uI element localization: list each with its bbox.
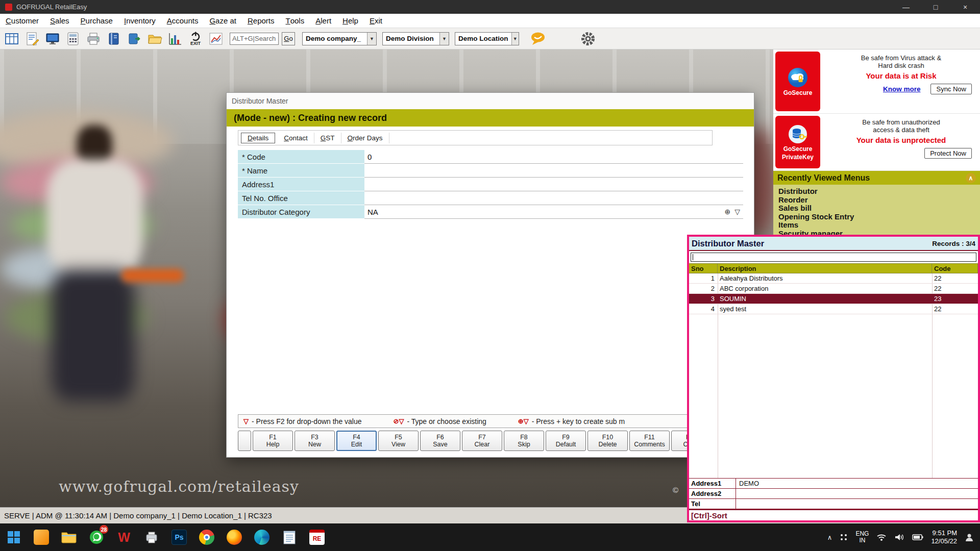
menu-item-inventory[interactable]: Inventory [118, 14, 161, 28]
create-sub-master-icon[interactable]: ⊕ [724, 208, 730, 216]
menu-item-reports[interactable]: Reports [242, 14, 280, 28]
menu-item-help[interactable]: Help [337, 14, 364, 28]
address1-field[interactable] [364, 178, 743, 191]
close-button[interactable]: × [950, 0, 980, 14]
distributor-category-field[interactable]: NA ⊕ ▽ [364, 205, 743, 219]
photoshop-icon[interactable]: Ps [165, 523, 193, 551]
tray-expand-icon[interactable]: ∧ [827, 534, 832, 541]
whatsapp-icon[interactable]: 28 [83, 523, 110, 551]
menu-item-purchase[interactable]: Purchase [75, 14, 118, 28]
volume-icon[interactable] [894, 533, 904, 541]
tab-order-days[interactable]: Order Days [341, 133, 389, 143]
f5-view-button[interactable]: F5View [378, 431, 419, 451]
printer-device-icon[interactable] [138, 523, 165, 551]
recent-menu-reorder[interactable]: Reorder [778, 196, 975, 205]
chrome-icon[interactable] [193, 523, 220, 551]
tel-office-field[interactable] [364, 191, 743, 205]
company-dropdown[interactable]: Demo company_ ▼ [302, 32, 377, 45]
menu-item-tools[interactable]: Tools [280, 14, 310, 28]
menu-item-sales[interactable]: Sales [44, 14, 75, 28]
edge-icon[interactable] [248, 523, 276, 551]
table-row[interactable]: 4 syed test 22 [689, 304, 978, 314]
printer-icon[interactable] [85, 29, 102, 48]
recent-menu-sales-bill[interactable]: Sales bill [778, 204, 975, 213]
location-dropdown[interactable]: Demo Location ▼ [455, 32, 519, 45]
menu-item-exit[interactable]: Exit [364, 14, 388, 28]
go-button[interactable]: Go [282, 32, 295, 45]
start-button[interactable] [0, 523, 28, 551]
menu-item-accounts[interactable]: Accounts [161, 14, 204, 28]
f1-help-button[interactable]: F1Help [253, 431, 293, 451]
keypad-icon[interactable] [64, 29, 82, 48]
line-chart-icon[interactable] [207, 29, 225, 48]
column-header-code[interactable]: Code [932, 264, 978, 273]
tab-contact[interactable]: Contact [278, 133, 314, 143]
chat-icon[interactable] [529, 29, 547, 48]
table-row[interactable]: 2 ABC corporation 22 [689, 284, 978, 294]
wifi-icon[interactable] [876, 533, 887, 541]
name-field[interactable] [364, 164, 743, 178]
firefox-icon[interactable] [220, 523, 248, 551]
dialog-titlebar: Distributor Master [227, 93, 754, 109]
f6-save-button[interactable]: F6Save [420, 431, 460, 451]
retaileasy-icon[interactable]: RE [303, 523, 331, 551]
code-field[interactable]: 0 [364, 150, 743, 164]
system-tray: ∧ ENG IN 9:51 PM 12/05/22 [827, 529, 980, 545]
hint-type-text: - Type or choose existing [407, 417, 486, 425]
address1-detail-label: Address1 [689, 479, 736, 488]
lookup-search-input[interactable] [691, 253, 976, 262]
f8-skip-button[interactable]: F8Skip [504, 431, 544, 451]
chevron-down-icon[interactable]: ▼ [439, 33, 449, 45]
f3-new-button[interactable]: F3New [295, 431, 335, 451]
chevron-down-icon[interactable]: ▼ [511, 33, 519, 45]
know-more-link[interactable]: Know more [883, 85, 921, 93]
f9-default-button[interactable]: F9Default [546, 431, 586, 451]
exit-icon[interactable]: EXIT [187, 29, 204, 48]
column-header-description[interactable]: Description [718, 264, 932, 273]
notepad-icon[interactable] [276, 523, 303, 551]
dropdown-triangle-icon[interactable]: ▽ [734, 208, 740, 216]
maximize-button[interactable]: □ [921, 0, 950, 14]
book-export-icon[interactable] [126, 29, 143, 48]
f11-comments-button[interactable]: F11Comments [629, 431, 670, 451]
protect-now-button[interactable]: Protect Now [924, 148, 972, 159]
user-notification-icon[interactable] [965, 533, 974, 542]
clock[interactable]: 9:51 PM 12/05/22 [931, 529, 957, 545]
minimize-button[interactable]: — [891, 0, 921, 14]
tab-gst[interactable]: GST [314, 133, 341, 143]
recent-menu-items[interactable]: Items [778, 221, 975, 230]
menu-item-gaze-at[interactable]: Gaze at [204, 14, 242, 28]
column-header-sno[interactable]: Sno [689, 264, 718, 273]
division-dropdown[interactable]: Demo Division ▼ [382, 32, 449, 45]
chevron-down-icon[interactable]: ▼ [367, 33, 376, 45]
f4-edit-button[interactable]: F4Edit [336, 431, 377, 451]
recent-menu-distributor[interactable]: Distributor [778, 187, 975, 196]
table-icon[interactable] [3, 29, 20, 48]
table-row-selected[interactable]: 3 SOUMIN 23 [689, 294, 978, 304]
f7-clear-button[interactable]: F7Clear [462, 431, 502, 451]
distributor-master-dialog: Distributor Master (Mode - new) : Creati… [226, 92, 754, 458]
sync-now-button[interactable]: Sync Now [930, 84, 972, 94]
menu-item-alert[interactable]: Alert [310, 14, 337, 28]
collapse-chevron-icon[interactable]: ∧ [966, 173, 976, 183]
w-app-icon[interactable]: W [110, 523, 138, 551]
open-folder-icon[interactable] [146, 29, 163, 48]
tab-details[interactable]: Details [241, 133, 275, 143]
orange-app-icon[interactable] [28, 523, 55, 551]
sub-master-hint-icon: ⊕▽ [518, 417, 529, 425]
f10-delete-button[interactable]: F10Delete [587, 431, 628, 451]
menu-item-customer[interactable]: Customer [0, 14, 44, 28]
global-search-input[interactable] [230, 33, 279, 45]
book-icon[interactable] [105, 29, 122, 48]
tray-grid-icon[interactable] [840, 533, 848, 541]
gear-icon[interactable] [579, 29, 597, 48]
language-indicator[interactable]: ENG IN [855, 531, 869, 544]
table-row[interactable]: 1 Aaleahya Distributors 22 [689, 273, 978, 284]
blank-key-button[interactable] [238, 431, 251, 451]
recent-menu-opening-stock[interactable]: Opening Stock Entry [778, 213, 975, 221]
file-explorer-icon[interactable] [55, 523, 83, 551]
bill-edit-icon[interactable] [23, 29, 41, 48]
battery-icon[interactable] [912, 534, 923, 540]
bar-chart-icon[interactable] [166, 29, 184, 48]
monitor-icon[interactable] [44, 29, 61, 48]
